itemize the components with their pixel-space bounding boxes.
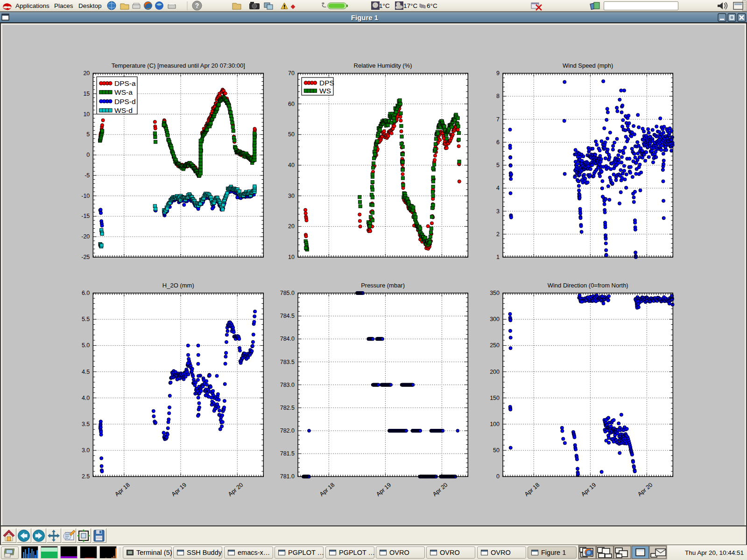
svg-text:60: 60 xyxy=(288,101,295,107)
svg-text:40: 40 xyxy=(288,162,295,168)
svg-text:250: 250 xyxy=(490,342,500,349)
svg-text:20: 20 xyxy=(83,70,90,77)
svg-text:783.0: 783.0 xyxy=(280,382,295,388)
svg-text:200: 200 xyxy=(490,369,500,375)
svg-text:70: 70 xyxy=(288,70,295,77)
svg-text:15: 15 xyxy=(83,91,90,97)
svg-text:-25: -25 xyxy=(81,254,90,260)
svg-text:7: 7 xyxy=(496,116,500,123)
svg-text:10: 10 xyxy=(83,111,90,118)
svg-text:-15: -15 xyxy=(81,213,90,219)
svg-text:5.5: 5.5 xyxy=(82,316,90,322)
svg-text:H_2O (mm): H_2O (mm) xyxy=(162,282,194,289)
svg-text:0: 0 xyxy=(86,152,90,158)
svg-text:DPS: DPS xyxy=(319,79,334,87)
svg-text:0: 0 xyxy=(496,473,500,480)
svg-text:20: 20 xyxy=(288,223,295,230)
svg-text:785.0: 785.0 xyxy=(280,290,295,296)
svg-text:150: 150 xyxy=(490,395,500,401)
svg-text:9: 9 xyxy=(496,70,500,77)
svg-text:?: ? xyxy=(195,2,199,9)
svg-text:100: 100 xyxy=(490,421,500,427)
svg-text:DPS-a: DPS-a xyxy=(114,79,136,87)
svg-text:-5: -5 xyxy=(85,172,90,179)
svg-text:Relative Humidity (%): Relative Humidity (%) xyxy=(354,62,412,69)
svg-text:3.0: 3.0 xyxy=(82,447,90,454)
svg-text:350: 350 xyxy=(490,290,500,296)
svg-text:50: 50 xyxy=(493,447,500,454)
svg-text:Wind Direction (0=from North): Wind Direction (0=from North) xyxy=(548,282,628,289)
svg-text:Wind Speed (mph): Wind Speed (mph) xyxy=(563,62,613,69)
svg-text:50: 50 xyxy=(288,131,295,138)
svg-text:1: 1 xyxy=(496,254,500,260)
svg-text:WS: WS xyxy=(319,87,331,95)
svg-text:4.5: 4.5 xyxy=(82,369,90,375)
svg-text:-10: -10 xyxy=(81,193,90,199)
svg-text:782.5: 782.5 xyxy=(280,405,295,411)
svg-text:2.5: 2.5 xyxy=(82,473,90,480)
svg-text:6.0: 6.0 xyxy=(82,290,90,296)
svg-text:781.5: 781.5 xyxy=(280,450,295,457)
svg-text:784.5: 784.5 xyxy=(280,313,295,319)
svg-text:WS-a: WS-a xyxy=(114,88,133,96)
svg-text:DPS-d: DPS-d xyxy=(114,98,136,105)
svg-text:5: 5 xyxy=(86,131,90,138)
svg-text:5.0: 5.0 xyxy=(82,342,90,349)
svg-text:-20: -20 xyxy=(81,233,90,240)
svg-text:782.0: 782.0 xyxy=(280,427,295,434)
svg-text:4: 4 xyxy=(496,185,500,191)
svg-text:Temperature (C) [measured unti: Temperature (C) [measured until Apr 20 0… xyxy=(112,62,245,69)
svg-text:781.0: 781.0 xyxy=(280,473,295,480)
svg-text:Pressure (mbar): Pressure (mbar) xyxy=(361,282,405,289)
svg-text:30: 30 xyxy=(288,193,295,199)
svg-text:6: 6 xyxy=(496,139,500,146)
svg-text:3.5: 3.5 xyxy=(82,421,90,427)
svg-text:WS-d: WS-d xyxy=(114,106,133,114)
svg-text:4.0: 4.0 xyxy=(82,395,90,401)
svg-text:783.5: 783.5 xyxy=(280,359,295,365)
svg-text:5: 5 xyxy=(496,162,500,168)
svg-text:2: 2 xyxy=(496,231,500,238)
svg-text:10: 10 xyxy=(288,254,295,260)
svg-text:300: 300 xyxy=(490,316,500,322)
svg-text:3: 3 xyxy=(496,208,500,215)
svg-text:8: 8 xyxy=(496,93,500,99)
svg-text:784.0: 784.0 xyxy=(280,336,295,342)
